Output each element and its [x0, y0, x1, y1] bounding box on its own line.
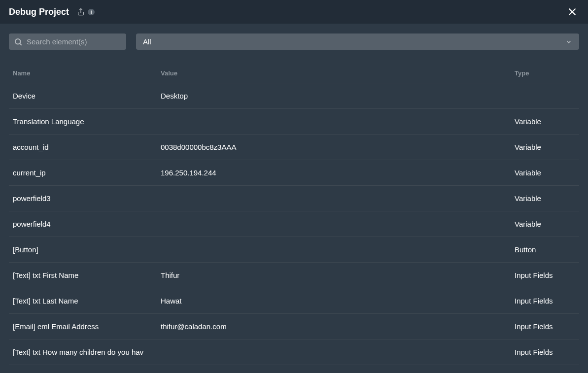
- close-icon: [567, 7, 577, 17]
- table-row[interactable]: [Text] txt How many children do you havI…: [9, 339, 579, 365]
- table-row[interactable]: [Button]Button: [9, 237, 579, 263]
- svg-line-4: [20, 43, 21, 45]
- cell-value: 0038d00000bc8z3AAA: [161, 143, 515, 151]
- cell-value: Thifur: [161, 271, 515, 279]
- toolbar: All: [0, 24, 588, 50]
- cell-type: Variable: [515, 220, 575, 228]
- share-icon: [77, 8, 85, 16]
- table-row[interactable]: DeviceDesktop: [9, 83, 579, 109]
- cell-value: thifur@caladan.com: [161, 322, 515, 331]
- filter-dropdown[interactable]: All: [136, 34, 579, 50]
- filter-selected-label: All: [143, 37, 151, 46]
- table-header: Name Value Type: [9, 50, 579, 83]
- cell-name: [Email] eml Email Address: [13, 322, 161, 331]
- cell-name: [Text] txt First Name: [13, 271, 161, 279]
- cell-type: Variable: [515, 143, 575, 151]
- titlebar-left: Debug Project i: [9, 7, 95, 17]
- cell-name: powerfield3: [13, 194, 161, 203]
- cell-type: Variable: [515, 169, 575, 177]
- close-button[interactable]: [565, 5, 579, 19]
- cell-name: Device: [13, 92, 161, 100]
- cell-name: account_id: [13, 143, 161, 151]
- table-row[interactable]: powerfield3Variable: [9, 186, 579, 211]
- cell-name: [Text] txt Last Name: [13, 297, 161, 305]
- table-area: Name Value Type DeviceDesktopTranslation…: [0, 50, 588, 373]
- table-row[interactable]: Translation LanguageVariable: [9, 109, 579, 135]
- th-value: Value: [161, 69, 515, 77]
- th-type: Type: [515, 69, 575, 77]
- window-title: Debug Project: [9, 7, 69, 17]
- cell-value: 196.250.194.244: [161, 169, 515, 177]
- table-row[interactable]: account_id0038d00000bc8z3AAAVariable: [9, 135, 579, 160]
- search-input[interactable]: [27, 37, 121, 46]
- cell-type: Variable: [515, 117, 575, 126]
- cell-type: Button: [515, 245, 575, 254]
- cell-type: Input Fields: [515, 348, 575, 356]
- titlebar: Debug Project i: [0, 0, 588, 24]
- cell-type: Input Fields: [515, 297, 575, 305]
- table-body: DeviceDesktopTranslation LanguageVariabl…: [9, 83, 579, 373]
- cell-value: Desktop: [161, 92, 515, 100]
- cell-name: powerfield4: [13, 220, 161, 228]
- table-row[interactable]: current_ip196.250.194.244Variable: [9, 160, 579, 186]
- table-row[interactable]: [Text] txt First NameThifurInput Fields: [9, 263, 579, 288]
- table-row[interactable]: [Text] txt Last NameHawatInput Fields: [9, 288, 579, 314]
- search-icon: [14, 37, 23, 46]
- cell-type: Input Fields: [515, 271, 575, 279]
- table-row[interactable]: powerfield4Variable: [9, 211, 579, 237]
- cell-name: current_ip: [13, 169, 161, 177]
- svg-point-3: [15, 39, 21, 44]
- share-group[interactable]: i: [77, 8, 95, 16]
- share-badge: i: [88, 9, 95, 15]
- search-field-wrap[interactable]: [9, 34, 126, 50]
- cell-name: Translation Language: [13, 117, 161, 126]
- th-name: Name: [13, 69, 161, 77]
- cell-type: Variable: [515, 194, 575, 203]
- cell-value: Hawat: [161, 297, 515, 305]
- cell-name: [Button]: [13, 245, 161, 254]
- cell-type: Input Fields: [515, 322, 575, 331]
- cell-name: [Text] txt How many children do you hav: [13, 348, 161, 356]
- table-row[interactable]: [Email] eml Email Addressthifur@caladan.…: [9, 314, 579, 339]
- chevron-down-icon: [565, 38, 572, 45]
- debug-project-window: Debug Project i: [0, 0, 588, 373]
